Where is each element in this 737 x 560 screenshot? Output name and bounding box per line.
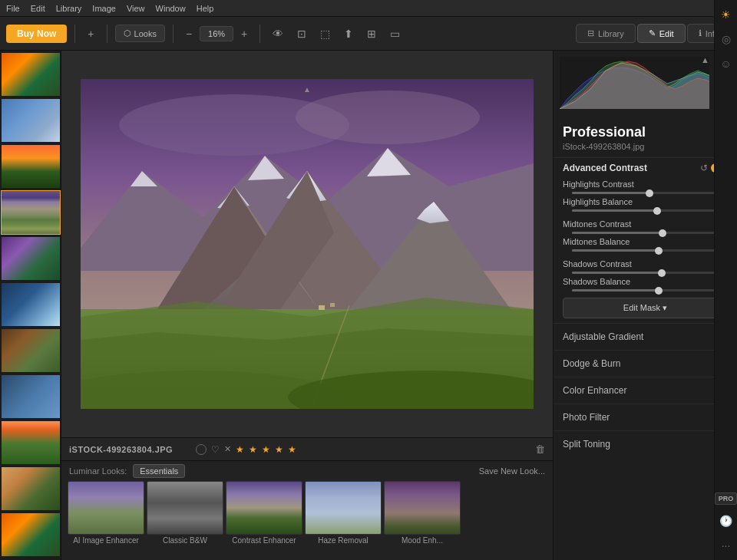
shadows-contrast-slider[interactable] bbox=[572, 272, 719, 274]
tab-edit[interactable]: ✎ Edit bbox=[637, 24, 686, 43]
svg-rect-19 bbox=[319, 305, 325, 310]
looks-label: Looks bbox=[134, 29, 157, 38]
zoom-minus-button[interactable]: − bbox=[181, 25, 197, 43]
edit-mask-button[interactable]: Edit Mask ▾ bbox=[563, 298, 728, 318]
menu-help[interactable]: Help bbox=[197, 4, 214, 13]
look-item-contrast[interactable]: Contrast Enhancer bbox=[226, 481, 302, 545]
info-icon: ℹ bbox=[699, 28, 702, 38]
looks-button[interactable]: ⬡ Looks bbox=[115, 25, 165, 42]
histogram-triangle-left: ▲ bbox=[701, 55, 709, 64]
reject-button[interactable]: ✕ bbox=[224, 444, 231, 454]
looks-icon: ⬡ bbox=[124, 28, 131, 38]
film-item[interactable] bbox=[1, 236, 61, 281]
fit-button[interactable]: ▭ bbox=[385, 25, 405, 43]
menu-file[interactable]: File bbox=[6, 4, 20, 13]
highlights-contrast-slider-row bbox=[554, 190, 737, 196]
film-item[interactable] bbox=[1, 466, 61, 511]
photo-filter-item[interactable]: Photo Filter bbox=[554, 404, 737, 430]
film-item-active[interactable] bbox=[1, 190, 61, 235]
circle-select-button[interactable] bbox=[196, 444, 207, 455]
film-item[interactable] bbox=[1, 282, 61, 327]
more-options-icon[interactable]: ··· bbox=[719, 537, 733, 554]
star-5[interactable]: ★ bbox=[288, 444, 296, 455]
advanced-contrast-title: Advanced Contrast bbox=[563, 163, 700, 173]
zoom-control: − 16% + bbox=[181, 25, 252, 43]
menu-image[interactable]: Image bbox=[92, 4, 116, 13]
main-canvas[interactable]: ▲ bbox=[61, 51, 553, 437]
history-icon[interactable]: 🕐 bbox=[717, 512, 735, 529]
tab-library[interactable]: ⊟ Library bbox=[576, 24, 636, 43]
compare-button[interactable]: ⊡ bbox=[292, 25, 311, 43]
crop-button[interactable]: ⬚ bbox=[316, 25, 335, 43]
right-panel: ▲ ⊞ ⊟ Professional iStock-499263804.jpg … bbox=[553, 51, 737, 560]
highlights-balance-slider[interactable] bbox=[572, 209, 719, 212]
shadows-balance-slider-row bbox=[554, 288, 737, 293]
menu-view[interactable]: View bbox=[127, 4, 145, 13]
color-enhancer-item[interactable]: Color Enhancer bbox=[554, 377, 737, 404]
star-4[interactable]: ★ bbox=[275, 444, 283, 455]
menubar: File Edit Library Image View Window Help bbox=[0, 0, 737, 17]
midtones-balance-slider-row bbox=[554, 248, 737, 253]
menu-edit[interactable]: Edit bbox=[31, 4, 45, 13]
save-look-button[interactable]: Save New Look... bbox=[479, 466, 545, 476]
look-item-mood[interactable]: Mood Enh... bbox=[384, 481, 461, 545]
menu-library[interactable]: Library bbox=[56, 4, 82, 13]
film-item[interactable] bbox=[1, 98, 61, 143]
looks-category-button[interactable]: Essentials bbox=[133, 464, 185, 478]
shadows-contrast-slider-row bbox=[554, 270, 737, 275]
adjustable-gradient-item[interactable]: Adjustable Gradient bbox=[554, 323, 737, 350]
bottom-info-bar: iSTOCK-499263804.JPG ♡ ✕ ★ ★ ★ ★ ★ 🗑 bbox=[61, 437, 553, 460]
histogram-area: ▲ ⊞ ⊟ bbox=[554, 51, 737, 120]
face-icon[interactable]: ☺ bbox=[718, 55, 733, 72]
grid-button[interactable]: ⊞ bbox=[362, 25, 381, 43]
advanced-contrast-header[interactable]: Advanced Contrast ↺ bbox=[554, 158, 737, 178]
midtones-contrast-slider-row bbox=[554, 230, 737, 236]
toolbar-divider-2 bbox=[107, 25, 107, 43]
adjustments-icon[interactable]: ☀ bbox=[719, 6, 733, 23]
toolbar: Buy Now + ⬡ Looks − 16% + 👁 ⊡ ⬚ ⬆ ⊞ ▭ ⊟ … bbox=[0, 17, 737, 51]
tab-edit-label: Edit bbox=[659, 29, 674, 38]
preview-button[interactable]: 👁 bbox=[268, 25, 288, 43]
look-item-haze[interactable]: Haze Removal bbox=[305, 481, 382, 545]
nav-tabs: ⊟ Library ✎ Edit ℹ Info bbox=[576, 24, 731, 43]
add-button[interactable]: + bbox=[83, 25, 98, 43]
star-3[interactable]: ★ bbox=[262, 444, 270, 455]
star-2[interactable]: ★ bbox=[249, 444, 257, 455]
tab-library-label: Library bbox=[598, 29, 624, 38]
midtones-contrast-slider[interactable] bbox=[572, 232, 719, 234]
film-item[interactable] bbox=[1, 52, 61, 97]
main-image[interactable]: ▲ bbox=[81, 79, 534, 409]
star-1[interactable]: ★ bbox=[236, 444, 244, 455]
highlights-balance-label: Highlights Balance bbox=[563, 197, 709, 206]
library-icon: ⊟ bbox=[587, 28, 594, 38]
look-name-contrast: Contrast Enhancer bbox=[226, 536, 302, 545]
film-item[interactable] bbox=[1, 328, 61, 373]
film-item[interactable] bbox=[1, 420, 61, 465]
film-item[interactable] bbox=[1, 512, 61, 557]
look-name-haze: Haze Removal bbox=[305, 536, 382, 545]
looks-label: Luminar Looks: bbox=[69, 466, 127, 476]
look-name-mood: Mood Enh... bbox=[384, 536, 461, 545]
dodge-burn-item[interactable]: Dodge & Burn bbox=[554, 350, 737, 377]
film-item[interactable] bbox=[1, 374, 61, 419]
midtones-balance-slider[interactable] bbox=[572, 249, 719, 252]
zoom-plus-button[interactable]: + bbox=[236, 25, 252, 43]
side-icons: ☀ ◎ ☺ PRO 🕐 ··· bbox=[714, 0, 737, 560]
film-item[interactable] bbox=[1, 144, 61, 189]
look-item-ai[interactable]: AI Image Enhancer bbox=[68, 481, 144, 545]
heart-button[interactable]: ♡ bbox=[211, 444, 220, 455]
midtones-contrast-row: Midtones Contrast 12 bbox=[554, 218, 737, 230]
look-item-bw[interactable]: Classic B&W bbox=[147, 481, 223, 545]
highlights-contrast-slider[interactable] bbox=[572, 192, 719, 194]
export-button[interactable]: ⬆ bbox=[339, 25, 358, 43]
pro-badge: PRO bbox=[715, 492, 737, 505]
shadows-balance-slider[interactable] bbox=[572, 289, 719, 292]
menu-window[interactable]: Window bbox=[156, 4, 186, 13]
panel-filename: iStock-499263804.jpg bbox=[554, 142, 737, 157]
delete-button[interactable]: 🗑 bbox=[535, 443, 545, 455]
highlights-balance-row: Highlights Balance 8 bbox=[554, 196, 737, 208]
split-toning-item[interactable]: Split Toning bbox=[554, 430, 737, 457]
reset-button[interactable]: ↺ bbox=[700, 163, 708, 173]
color-wheel-icon[interactable]: ◎ bbox=[719, 31, 733, 48]
buy-now-button[interactable]: Buy Now bbox=[6, 25, 67, 43]
